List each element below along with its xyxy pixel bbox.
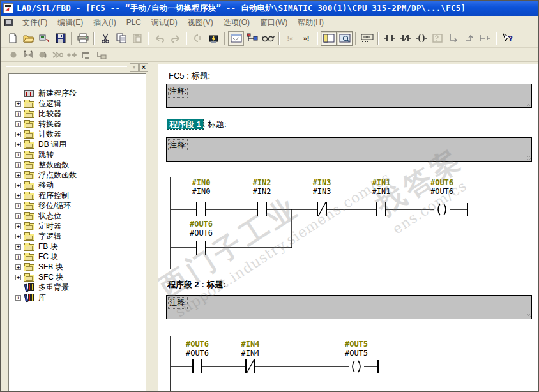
contact-symbol[interactable]: #IN0 [172, 178, 230, 187]
expand-icon[interactable]: + [15, 172, 21, 178]
contact-address[interactable]: #IN4 [222, 349, 279, 358]
menu-help[interactable]: 帮助(H) [292, 16, 329, 29]
contact-address[interactable]: #IN2 [233, 187, 291, 196]
new-button[interactable] [4, 31, 20, 46]
coil-address[interactable]: #OUT6 [413, 187, 471, 196]
contact-address[interactable]: #OUT6 [169, 349, 226, 358]
close-panel-button[interactable]: × [139, 63, 148, 72]
expand-icon[interactable]: + [15, 223, 21, 229]
next-error-button[interactable]: »! [298, 31, 314, 46]
sidebar-item-bit-logic[interactable]: +位逻辑 [11, 98, 144, 109]
sidebar-item-db-call[interactable]: +DB 调用 [11, 139, 144, 149]
sidebar-item-timers[interactable]: +定时器 [11, 221, 144, 231]
sidebar-item-word-logic[interactable]: +字逻辑 [11, 231, 144, 241]
contact-symbol[interactable]: #IN4 [222, 340, 279, 349]
contact-address[interactable]: #IN0 [172, 187, 230, 196]
contact-address[interactable]: #IN3 [293, 187, 351, 196]
expand-icon[interactable]: + [15, 234, 21, 239]
resize-grip[interactable] [527, 314, 531, 318]
download-button[interactable] [206, 31, 222, 46]
menu-options[interactable]: 选项(O) [218, 16, 255, 29]
network2-comment-box[interactable]: 注释: [166, 295, 532, 319]
contact-symbol[interactable]: #IN3 [293, 178, 351, 187]
monitor-glasses-button[interactable] [260, 31, 276, 46]
copy-button[interactable] [113, 31, 129, 46]
close-branch-button[interactable] [461, 31, 477, 46]
save-button[interactable] [52, 31, 68, 46]
sidebar-item-integer-fn[interactable]: +整数函数 [11, 160, 144, 170]
online-button[interactable] [36, 31, 52, 46]
expand-icon[interactable]: + [15, 295, 21, 301]
expand-icon[interactable]: + [15, 121, 21, 127]
sidebar-item-fb-blocks[interactable]: +FB 块 [11, 241, 144, 252]
sidebar-item-comparator[interactable]: +比较器 [11, 109, 144, 119]
undo-button[interactable] [151, 31, 167, 46]
expand-icon[interactable]: + [15, 244, 21, 250]
io-status-button[interactable] [190, 31, 206, 46]
resize-grip[interactable] [527, 156, 531, 160]
branch-contact-symbol[interactable]: #OUT6 [172, 220, 230, 229]
coil-symbol[interactable]: #OUT6 [413, 178, 471, 187]
redo-button[interactable] [167, 31, 183, 46]
expand-icon[interactable]: + [15, 132, 21, 137]
sidebar-item-float-fn[interactable]: +浮点数函数 [11, 170, 144, 180]
sidebar-item-converter[interactable]: +转换器 [11, 119, 144, 129]
network1-header[interactable]: 程序段 1: 标题: [167, 119, 227, 130]
expand-icon[interactable]: + [15, 183, 21, 188]
expand-icon[interactable]: + [15, 162, 21, 168]
expand-icon[interactable]: + [15, 254, 21, 260]
expand-icon[interactable]: + [15, 264, 21, 270]
expand-icon[interactable]: + [15, 111, 21, 117]
valve-button[interactable] [20, 49, 35, 61]
previous-error-button[interactable]: !« [282, 31, 298, 46]
sidebar-item-counter[interactable]: +计数器 [11, 129, 144, 139]
pane-splitter[interactable] [149, 62, 158, 391]
paste-button[interactable] [129, 31, 145, 46]
skip-circle-button[interactable] [50, 49, 65, 61]
sidebar-item-sfc-blocks[interactable]: +SFC 块 [11, 272, 144, 282]
network2-number[interactable]: 程序段 2 [167, 280, 199, 289]
branch-jump-button[interactable] [79, 49, 94, 61]
coil-button[interactable] [413, 31, 429, 46]
empty-box-button[interactable] [429, 31, 445, 46]
nc-contact-button[interactable] [397, 31, 413, 46]
menu-view[interactable]: 视图(V) [183, 16, 218, 29]
comment-view-button[interactable] [337, 31, 353, 46]
expand-icon[interactable]: + [15, 142, 21, 147]
print-button[interactable] [75, 31, 91, 46]
sidebar-item-sfb-blocks[interactable]: +SFB 块 [11, 262, 144, 272]
insert-input-button[interactable] [477, 31, 493, 46]
resize-grip[interactable] [527, 103, 531, 107]
sidebar-item-move[interactable]: +移动 [11, 180, 144, 190]
coil-address[interactable]: #OUT5 [328, 349, 385, 358]
network2-header[interactable]: 程序段 2 : 标题: [167, 279, 226, 290]
sidebar-item-multi-instance[interactable]: 多重背景 [11, 282, 144, 292]
panel-grip[interactable] [6, 66, 127, 68]
connection-button[interactable] [244, 31, 260, 46]
block-comment-box[interactable]: 注释: [166, 84, 532, 108]
open-branch-button[interactable] [445, 31, 461, 46]
circle-button[interactable] [6, 49, 20, 61]
sidebar-item-shift-rotate[interactable]: +移位/循环 [11, 200, 144, 211]
comment-label[interactable]: 注释: [168, 86, 188, 98]
open-button[interactable] [20, 31, 36, 46]
help-button[interactable]: ? [499, 31, 515, 46]
network1-number[interactable]: 程序段 1 [167, 119, 203, 129]
circle-arrow-button[interactable] [35, 49, 50, 61]
menu-insert[interactable]: 插入(I) [88, 16, 121, 29]
expand-icon[interactable]: + [15, 101, 21, 107]
menu-debug[interactable]: 调试(D) [146, 16, 183, 29]
expand-icon[interactable]: + [15, 275, 21, 280]
menu-window[interactable]: 窗口(W) [255, 16, 292, 29]
mdi-child-icon[interactable] [4, 19, 13, 26]
collapse-button[interactable]: ▾ [130, 63, 139, 72]
ladder-editor[interactable]: FC5 : 标题: 注释: 程序段 1: 标题: 注释: #IN0 #IN0 #… [158, 64, 538, 391]
overview-toggle-button[interactable] [321, 31, 337, 46]
sidebar-item-new-network[interactable]: 新建程序段 [11, 88, 144, 98]
new-network-button[interactable] [359, 31, 375, 46]
comment-label[interactable]: 注释: [168, 139, 188, 151]
cascade-button[interactable] [94, 49, 109, 61]
sidebar-item-program-control[interactable]: +程序控制 [11, 190, 144, 200]
sidebar-item-jump[interactable]: +跳转 [11, 149, 144, 160]
cut-button[interactable] [97, 31, 113, 46]
